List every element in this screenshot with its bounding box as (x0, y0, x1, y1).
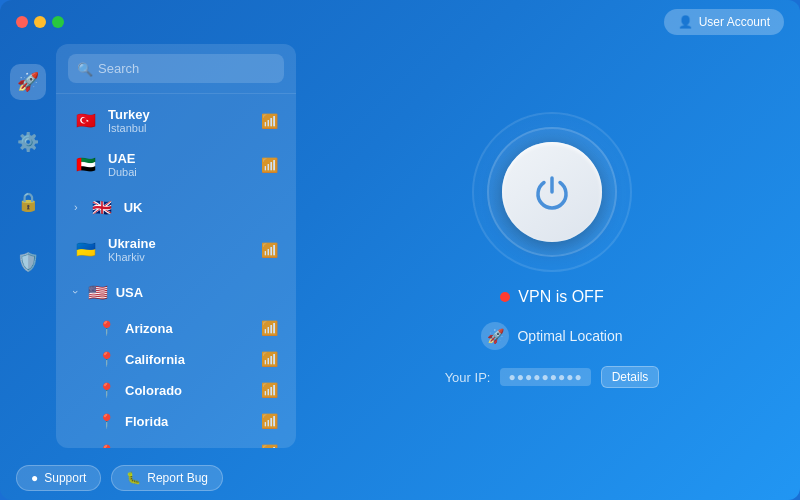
georgia-signal: 📶 (261, 444, 278, 448)
bug-icon: 🐛 (126, 471, 141, 485)
power-button[interactable] (502, 142, 602, 242)
sidebar-item-security[interactable]: 🔒 (10, 184, 46, 220)
main-content: 🚀 ⚙️ 🔒 🛡️ 🔍 🇹🇷 (0, 44, 800, 456)
power-button-container (472, 112, 632, 272)
user-account-button[interactable]: 👤 User Account (664, 9, 784, 35)
server-item-turkey[interactable]: 🇹🇷 Turkey Istanbul 📶 (62, 99, 290, 142)
server-item-florida[interactable]: 📍 Florida 📶 (62, 406, 290, 436)
optimal-location-label: Optimal Location (517, 328, 622, 344)
gear-icon: ⚙️ (17, 131, 39, 153)
support-button[interactable]: ● Support (16, 465, 101, 491)
details-button[interactable]: Details (601, 366, 660, 388)
california-signal: 📶 (261, 351, 278, 367)
close-button[interactable] (16, 16, 28, 28)
georgia-name: Georgia (125, 445, 251, 449)
vpn-status: VPN is OFF (500, 288, 603, 306)
app-window: 👤 User Account 🚀 ⚙️ 🔒 🛡️ 🔍 (0, 0, 800, 500)
report-bug-button[interactable]: 🐛 Report Bug (111, 465, 223, 491)
arizona-name: Arizona (125, 321, 251, 336)
rocket-icon: 🚀 (17, 71, 39, 93)
maximize-button[interactable] (52, 16, 64, 28)
ip-value: ●●●●●●●●● (500, 368, 590, 386)
uae-flag: 🇦🇪 (74, 153, 98, 177)
uk-flag: 🇬🇧 (90, 195, 114, 219)
title-bar: 👤 User Account (0, 0, 800, 44)
search-icon: 🔍 (77, 61, 93, 76)
uae-city: Dubai (108, 166, 251, 178)
turkey-name: Turkey (108, 107, 251, 122)
uk-expand-arrow: › (74, 201, 78, 213)
sidebar-item-servers[interactable]: 🚀 (10, 64, 46, 100)
usa-info: USA (116, 285, 278, 300)
florida-signal: 📶 (261, 413, 278, 429)
server-item-ukraine[interactable]: 🇺🇦 Ukraine Kharkiv 📶 (62, 228, 290, 271)
search-bar: 🔍 (56, 44, 296, 94)
ukraine-name: Ukraine (108, 236, 251, 251)
traffic-lights (16, 16, 64, 28)
usa-name: USA (116, 285, 278, 300)
georgia-info: Georgia (125, 445, 251, 449)
pin-icon-florida: 📍 (98, 413, 115, 429)
server-item-uae[interactable]: 🇦🇪 UAE Dubai 📶 (62, 143, 290, 186)
colorado-name: Colorado (125, 383, 251, 398)
ukraine-flag: 🇺🇦 (74, 238, 98, 262)
server-item-uk[interactable]: › 🇬🇧 UK (62, 187, 290, 227)
sidebar-item-settings[interactable]: ⚙️ (10, 124, 46, 160)
usa-flag: 🇺🇸 (86, 280, 110, 304)
colorado-signal: 📶 (261, 382, 278, 398)
power-symbol-icon (530, 170, 574, 214)
florida-info: Florida (125, 414, 251, 429)
sidebar-item-adblocker[interactable]: 🛡️ (10, 244, 46, 280)
pin-icon-georgia: 📍 (98, 444, 115, 448)
server-item-georgia[interactable]: 📍 Georgia 📶 (62, 437, 290, 448)
pin-icon-california: 📍 (98, 351, 115, 367)
ip-row: Your IP: ●●●●●●●●● Details (445, 366, 660, 388)
colorado-info: Colorado (125, 383, 251, 398)
search-input[interactable] (68, 54, 284, 83)
florida-name: Florida (125, 414, 251, 429)
arizona-signal: 📶 (261, 320, 278, 336)
optimal-location[interactable]: 🚀 Optimal Location (481, 322, 622, 350)
right-panel: VPN is OFF 🚀 Optimal Location Your IP: ●… (304, 44, 800, 456)
support-icon: ● (31, 471, 38, 485)
pin-icon-arizona: 📍 (98, 320, 115, 336)
search-wrapper: 🔍 (68, 54, 284, 83)
uae-info: UAE Dubai (108, 151, 251, 178)
report-bug-label: Report Bug (147, 471, 208, 485)
turkey-flag: 🇹🇷 (74, 109, 98, 133)
uk-info: UK (124, 200, 278, 215)
uk-name: UK (124, 200, 278, 215)
ukraine-info: Ukraine Kharkiv (108, 236, 251, 263)
shield-icon: 🛡️ (17, 251, 39, 273)
status-dot-off (500, 292, 510, 302)
california-info: California (125, 352, 251, 367)
pin-icon-colorado: 📍 (98, 382, 115, 398)
lock-icon: 🔒 (17, 191, 39, 213)
uae-signal: 📶 (261, 157, 278, 173)
turkey-signal: 📶 (261, 113, 278, 129)
ukraine-signal: 📶 (261, 242, 278, 258)
server-list: 🇹🇷 Turkey Istanbul 📶 🇦🇪 UAE Dubai 📶 (56, 94, 296, 448)
server-item-colorado[interactable]: 📍 Colorado 📶 (62, 375, 290, 405)
ukraine-city: Kharkiv (108, 251, 251, 263)
optimal-rocket-icon: 🚀 (481, 322, 509, 350)
usa-expand-arrow: › (70, 290, 82, 294)
server-item-arizona[interactable]: 📍 Arizona 📶 (62, 313, 290, 343)
your-ip-label: Your IP: (445, 370, 491, 385)
user-icon: 👤 (678, 15, 693, 29)
vpn-status-label: VPN is OFF (518, 288, 603, 306)
server-item-usa[interactable]: › 🇺🇸 USA (62, 272, 290, 312)
minimize-button[interactable] (34, 16, 46, 28)
server-item-california[interactable]: 📍 California 📶 (62, 344, 290, 374)
support-label: Support (44, 471, 86, 485)
server-panel: 🔍 🇹🇷 Turkey Istanbul 📶 🇦🇪 (56, 44, 296, 448)
sidebar-icons: 🚀 ⚙️ 🔒 🛡️ (0, 44, 56, 456)
california-name: California (125, 352, 251, 367)
arizona-info: Arizona (125, 321, 251, 336)
uae-name: UAE (108, 151, 251, 166)
turkey-info: Turkey Istanbul (108, 107, 251, 134)
bottom-bar: ● Support 🐛 Report Bug (0, 456, 800, 500)
user-account-label: User Account (699, 15, 770, 29)
turkey-city: Istanbul (108, 122, 251, 134)
